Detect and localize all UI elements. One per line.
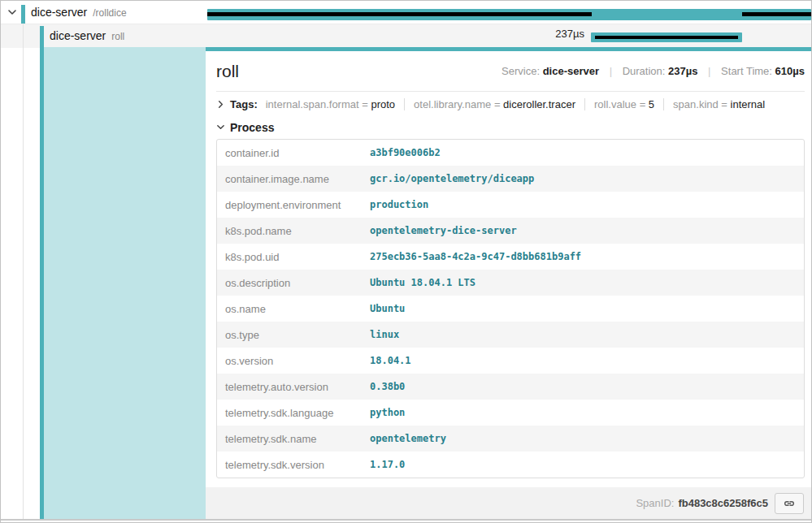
- table-row: k8s.pod.uid275ecb36-5aa8-4c2a-9c47-d8bb6…: [217, 244, 804, 270]
- row-key: telemetry.auto.version: [217, 374, 362, 400]
- chevron-right-icon[interactable]: [216, 100, 225, 109]
- window-bottom-border: [1, 519, 811, 521]
- row-value: production: [362, 192, 804, 218]
- table-row: telemetry.sdk.nameopentelemetry: [217, 426, 804, 452]
- row-value: 1.17.0: [362, 452, 804, 478]
- service-value: dice-server: [543, 65, 599, 77]
- span-overview: Service: dice-server | Duration: 237µs |…: [502, 65, 805, 77]
- row-key: container.id: [217, 140, 362, 166]
- row-key: os.name: [217, 296, 362, 322]
- start-time-label: Start Time:: [721, 65, 772, 77]
- span-detail-panel: roll Service: dice-server | Duration: 23…: [206, 47, 811, 519]
- table-row: os.descriptionUbuntu 18.04.1 LTS: [217, 270, 804, 296]
- row-key: k8s.pod.uid: [217, 244, 362, 270]
- process-key-value-table: container.ida3bf90e006b2 container.image…: [216, 139, 805, 478]
- tag-value: proto: [371, 98, 395, 110]
- tag-eq: =: [721, 98, 727, 110]
- overview-separator: |: [610, 65, 612, 77]
- service-text: dice-server: [50, 29, 106, 42]
- service-text: dice-server: [31, 6, 87, 19]
- span-detail-header: roll Service: dice-server | Duration: 23…: [216, 51, 805, 92]
- row-key: telemetry.sdk.version: [217, 452, 362, 478]
- rolldice-bar-line-right: [742, 12, 811, 16]
- tag-item: internal.span.format = proto: [266, 98, 404, 110]
- process-section-toggle[interactable]: Process: [216, 117, 805, 137]
- table-row: os.nameUbuntu: [217, 296, 804, 322]
- start-time-value: 610µs: [775, 65, 805, 77]
- selected-span-highlight-block: [44, 47, 206, 519]
- span-service-name: dice-server/rolldice: [31, 6, 127, 19]
- row-value: python: [362, 400, 804, 426]
- tag-value: diceroller.tracer: [503, 98, 575, 110]
- service-label: Service:: [502, 65, 540, 77]
- span-row-rolldice[interactable]: dice-server/rolldice: [1, 1, 811, 24]
- row-key: telemetry.sdk.name: [217, 426, 362, 452]
- row-value: gcr.io/opentelemetry/diceapp: [362, 166, 804, 192]
- span-title: roll: [216, 62, 239, 81]
- row-value: a3bf90e006b2: [362, 140, 804, 166]
- table-row: os.typelinux: [217, 322, 804, 348]
- tags-label: Tags:: [230, 98, 258, 110]
- row-value: 275ecb36-5aa8-4c2a-9c47-d8bb681b9aff: [362, 244, 804, 270]
- row-value: Ubuntu: [362, 296, 804, 322]
- operation-text: roll: [111, 31, 124, 42]
- tag-item: span.kind = internal: [663, 98, 774, 110]
- row-value: 0.38b0: [362, 374, 804, 400]
- row-value: opentelemetry: [362, 426, 804, 452]
- tag-key: span.kind: [673, 98, 719, 110]
- chevron-down-icon[interactable]: [7, 7, 17, 17]
- tags-section-toggle[interactable]: Tags: internal.span.format = proto otel.…: [216, 92, 805, 117]
- process-label: Process: [230, 121, 274, 134]
- tag-item: otel.library.name = diceroller.tracer: [404, 98, 584, 110]
- tag-eq: =: [362, 98, 368, 110]
- tag-key: internal.span.format: [266, 98, 359, 110]
- operation-text: /rolldice: [93, 7, 126, 19]
- tag-key: otel.library.name: [414, 98, 491, 110]
- tag-value: 5: [649, 98, 654, 110]
- row-key: container.image.name: [217, 166, 362, 192]
- tag-key: roll.value: [594, 98, 636, 110]
- tag-eq: =: [640, 98, 646, 110]
- link-icon: [783, 497, 796, 510]
- tree-indent-guide: [23, 24, 24, 519]
- span-detail-footer: SpanID: fb483c8c6258f6c5: [206, 487, 811, 519]
- tag-value: internal: [731, 98, 766, 110]
- row-key: k8s.pod.name: [217, 218, 362, 244]
- table-row: deployment.environmentproduction: [217, 192, 804, 218]
- row-key: os.version: [217, 348, 362, 374]
- row-value: 18.04.1: [362, 348, 804, 374]
- roll-bar-line: [595, 36, 738, 39]
- span-duration-label: 237µs: [513, 28, 584, 40]
- copy-link-button[interactable]: [775, 493, 804, 514]
- duration-value: 237µs: [668, 65, 697, 77]
- row-key: telemetry.sdk.language: [217, 400, 362, 426]
- spanid-label: SpanID:: [636, 497, 674, 509]
- row-value: opentelemetry-dice-server: [362, 218, 804, 244]
- row-key: os.type: [217, 322, 362, 348]
- tag-item: roll.value = 5: [584, 98, 663, 110]
- spanid-value: fb483c8c6258f6c5: [678, 497, 768, 509]
- table-row: container.image.namegcr.io/opentelemetry…: [217, 166, 804, 192]
- table-row: telemetry.sdk.languagepython: [217, 400, 804, 426]
- row-key: deployment.environment: [217, 192, 362, 218]
- span-service-name: dice-serverroll: [50, 29, 124, 42]
- table-row: os.version18.04.1: [217, 348, 804, 374]
- rolldice-bar-line-left: [207, 12, 592, 16]
- overview-separator: |: [708, 65, 710, 77]
- row-value: linux: [362, 322, 804, 348]
- tag-eq: =: [494, 98, 501, 110]
- trace-detail-window: dice-server/rolldice dice-serverroll 237…: [0, 0, 812, 523]
- duration-label: Duration:: [623, 65, 666, 77]
- span-color-bar: [40, 26, 44, 48]
- span-row-roll-selected[interactable]: dice-serverroll 237µs: [1, 24, 811, 48]
- table-row: telemetry.auto.version0.38b0: [217, 374, 804, 400]
- row-key: os.description: [217, 270, 362, 296]
- table-row: k8s.pod.nameopentelemetry-dice-server: [217, 218, 804, 244]
- table-row: container.ida3bf90e006b2: [217, 140, 804, 166]
- row-value: Ubuntu 18.04.1 LTS: [362, 270, 804, 296]
- table-row: telemetry.sdk.version1.17.0: [217, 452, 804, 478]
- span-color-bar: [21, 5, 25, 24]
- chevron-down-icon[interactable]: [216, 123, 225, 132]
